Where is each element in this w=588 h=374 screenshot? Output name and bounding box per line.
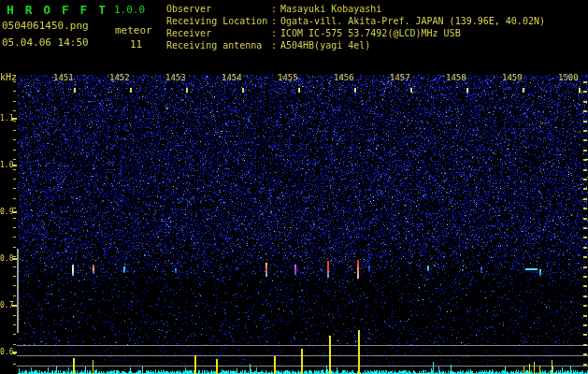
right-edge-tick xyxy=(583,179,587,180)
freq-minor-tick xyxy=(13,305,16,306)
right-edge-tick xyxy=(583,237,587,238)
freq-minor-tick xyxy=(13,353,16,354)
time-tick-mark xyxy=(354,88,356,93)
right-edge-tick xyxy=(583,227,587,229)
right-edge-tick xyxy=(583,150,587,151)
meteor-echo xyxy=(539,269,541,276)
right-edge-tick xyxy=(583,353,587,355)
app-title: H R O F F T xyxy=(7,3,108,17)
time-tick-mark xyxy=(579,88,581,93)
right-edge-tick xyxy=(583,159,587,161)
freq-minor-tick xyxy=(13,247,16,248)
right-edge-tick xyxy=(583,247,587,249)
meteor-echo xyxy=(427,266,429,271)
right-edge-tick xyxy=(583,256,587,258)
freq-minor-tick xyxy=(13,344,16,345)
info-value: A504HB(yagi 4el) xyxy=(280,39,370,51)
right-edge-tick xyxy=(583,324,587,326)
info-value: ICOM IC-575 53.7492(@LCD)MHz USB xyxy=(280,27,461,39)
freq-major-tick xyxy=(12,211,17,213)
meteor-echo xyxy=(327,261,329,278)
right-edge-tick xyxy=(583,266,587,268)
info-label: Observer xyxy=(166,3,271,15)
time-label: 1459 xyxy=(502,73,523,82)
freq-label: 1.0 xyxy=(0,161,12,169)
right-edge-tick xyxy=(583,276,587,278)
meteor-echo xyxy=(123,266,125,273)
time-label: 1458 xyxy=(446,73,466,82)
freq-minor-tick xyxy=(13,179,16,180)
time-label: 1452 xyxy=(109,73,130,82)
freq-minor-tick xyxy=(13,101,16,102)
freq-minor-tick xyxy=(13,139,16,140)
time-tick-mark xyxy=(298,88,300,93)
meteor-echo xyxy=(357,260,359,279)
freq-minor-tick xyxy=(13,276,16,277)
right-edge-tick xyxy=(583,188,587,190)
right-edge-tick xyxy=(583,130,587,132)
app-version: 1.0.0 xyxy=(114,4,145,16)
freq-major-tick xyxy=(12,258,17,260)
meteor-echo xyxy=(265,263,267,277)
time-tick-mark xyxy=(186,88,188,93)
info-separator: : xyxy=(271,15,280,27)
freq-minor-tick xyxy=(13,110,16,111)
echo-count: 11 xyxy=(130,38,142,50)
time-tick-mark xyxy=(523,88,524,93)
right-edge-tick xyxy=(583,305,587,307)
freq-minor-tick xyxy=(13,334,16,335)
meteor-echo xyxy=(175,268,177,273)
time-label: 1456 xyxy=(334,73,354,82)
right-edge-tick xyxy=(583,344,587,346)
right-edge-tick xyxy=(583,110,587,112)
freq-label: 0.8 xyxy=(0,254,12,263)
time-tick-mark xyxy=(130,88,132,93)
freq-minor-tick xyxy=(13,130,16,131)
info-row-antenna: Receiving antenna : A504HB(yagi 4el) xyxy=(166,39,545,51)
right-edge-tick xyxy=(583,101,587,103)
meteor-echo xyxy=(93,265,94,274)
time-tick-mark xyxy=(242,88,244,93)
right-edge-tick xyxy=(583,139,587,141)
info-value: Ogata-vill. Akita-Pref. JAPAN (139.96E, … xyxy=(280,15,545,27)
observation-mode: meteor xyxy=(115,24,152,36)
time-label: 1455 xyxy=(278,73,298,82)
freq-minor-tick xyxy=(13,324,16,325)
right-edge-tick xyxy=(583,169,587,171)
freq-minor-tick xyxy=(13,315,16,316)
freq-minor-tick xyxy=(13,169,16,170)
freq-label: 0.7 xyxy=(0,301,12,309)
info-separator: : xyxy=(271,39,280,51)
freq-minor-tick xyxy=(13,188,16,189)
spectrogram-canvas xyxy=(0,0,588,374)
time-label: 1500 xyxy=(558,73,579,82)
time-label: 1453 xyxy=(165,73,186,82)
freq-minor-tick xyxy=(13,150,16,151)
freq-label: 1.1 xyxy=(0,114,12,122)
observation-datetime: 05.04.06 14:50 xyxy=(2,36,89,49)
right-edge-tick xyxy=(583,198,587,200)
right-edge-tick xyxy=(583,285,587,287)
right-edge-tick xyxy=(583,295,587,297)
right-edge-tick xyxy=(583,315,587,317)
right-edge-tick xyxy=(583,81,587,83)
right-edge-tick xyxy=(583,218,587,220)
time-label: 1451 xyxy=(53,73,74,82)
freq-minor-tick xyxy=(13,237,16,237)
right-edge-tick xyxy=(583,91,587,93)
info-separator: : xyxy=(271,3,280,15)
freq-label: 0.9 xyxy=(0,208,12,216)
info-label: Receiving Location xyxy=(166,15,271,27)
info-separator: : xyxy=(271,27,280,39)
info-row-observer: Observer : Masayuki Kobayashi xyxy=(166,3,545,15)
right-edge-tick xyxy=(583,334,587,336)
time-tick-mark xyxy=(410,88,412,93)
freq-minor-tick xyxy=(13,285,16,286)
freq-minor-tick xyxy=(13,208,16,209)
info-label: Receiving antenna xyxy=(166,39,271,51)
right-edge-tick xyxy=(583,208,587,209)
freq-minor-tick xyxy=(13,91,16,92)
right-edge-tick xyxy=(583,121,587,122)
time-tick-mark xyxy=(466,88,468,93)
info-value: Masayuki Kobayashi xyxy=(280,3,381,15)
